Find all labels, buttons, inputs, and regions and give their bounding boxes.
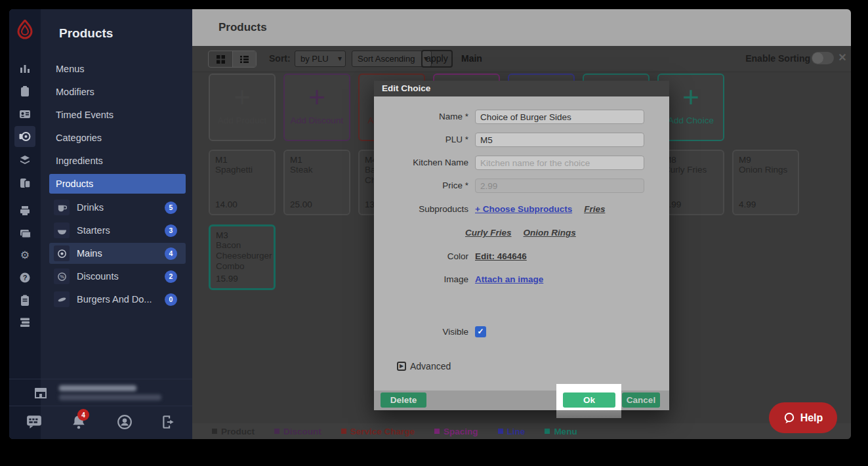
payment-cards-icon[interactable] — [19, 228, 31, 240]
sidebar-item-categories[interactable]: Categories — [49, 128, 186, 148]
list-view-icon[interactable] — [232, 51, 256, 67]
tab-main[interactable]: Main — [461, 53, 482, 64]
legend-label: Discount — [283, 427, 321, 436]
account-section[interactable] — [9, 379, 192, 406]
product-plu: M9 — [739, 155, 793, 165]
sidebar-subitem-mains[interactable]: Mains 4 — [49, 243, 186, 264]
clipboard-icon[interactable] — [19, 85, 31, 97]
product-plu: M3 — [216, 230, 268, 240]
legend-label: Menu — [554, 427, 577, 436]
image-row: Image Attach an image — [374, 272, 669, 287]
plu-field[interactable] — [475, 133, 644, 147]
sidebar-item-menus[interactable]: Menus — [49, 59, 186, 79]
sidebar-item-label: Ingredients — [56, 156, 103, 166]
legend-swatch — [498, 429, 503, 434]
delete-button[interactable]: Delete — [381, 392, 426, 408]
modal-title: Edit Choice — [374, 81, 669, 96]
legend-label: Service Charge — [350, 427, 415, 436]
help-chat-icon — [783, 412, 795, 424]
legend-item-spacing: Spacing — [434, 427, 478, 436]
contact-card-icon[interactable] — [19, 108, 31, 120]
help-button[interactable]: Help — [769, 402, 837, 433]
notification-bell-icon[interactable]: 4 — [71, 414, 87, 430]
subproduct-link-onion-rings[interactable]: Onion Rings — [524, 226, 576, 240]
kitchen-name-field[interactable] — [475, 156, 644, 170]
advanced-label: Advanced — [410, 361, 451, 371]
sidebar-subitem-drinks[interactable]: Drinks 5 — [49, 197, 186, 218]
sidebar-item-modifiers[interactable]: Modifiers — [49, 82, 186, 102]
legend-swatch — [212, 429, 217, 434]
sidebar-subitem-label: Burgers And Do... — [77, 294, 152, 305]
help-circle-icon[interactable]: ? — [19, 272, 31, 284]
legend-item-service-charge: Service Charge — [341, 427, 415, 436]
printer-icon[interactable] — [19, 205, 31, 217]
count-badge: 2 — [165, 270, 177, 283]
chat-bubble-icon[interactable] — [26, 414, 42, 430]
product-tile-bacon-cheeseburger-combo[interactable]: M3 Bacon Cheeseburger Combo 15.99 — [209, 224, 276, 290]
store-name-blurred — [59, 385, 136, 391]
sidebar-subitem-discounts[interactable]: % Discounts 2 — [49, 266, 186, 287]
product-tile-onion-rings[interactable]: M9 Onion Rings 4.99 — [732, 150, 799, 215]
sidebar-subitem-starters[interactable]: Starters 3 — [49, 220, 186, 241]
edit-choice-modal: Edit Choice Name * PLU * Kitchen Name Pr… — [374, 81, 669, 410]
choose-subproducts-link[interactable]: + Choose Subproducts — [475, 202, 572, 217]
svg-text:⚙: ⚙ — [20, 249, 30, 261]
apply-button[interactable]: apply — [421, 50, 453, 68]
screenshot-frame: ⚙ ? Products Menus Modifiers Timed Event… — [0, 0, 868, 466]
lightspeed-logo-icon — [16, 20, 33, 42]
tasks-icon[interactable] — [19, 295, 31, 307]
legend-item-product: Product — [212, 427, 255, 436]
sidebar-item-timed-events[interactable]: Timed Events — [49, 105, 186, 125]
hotdog-icon — [54, 291, 70, 307]
advanced-toggle[interactable]: Advanced — [397, 361, 451, 371]
sidebar-item-label: Categories — [56, 133, 102, 143]
color-edit-link[interactable]: Edit: 464646 — [475, 249, 527, 264]
account-person-icon[interactable] — [117, 414, 133, 430]
ok-button[interactable]: Ok — [563, 392, 615, 408]
product-price: 4.99 — [739, 200, 756, 209]
add-discount-tile[interactable]: +Add Discount — [283, 74, 350, 141]
product-tile-spaghetti[interactable]: M1 Spaghetti 14.00 — [209, 150, 276, 215]
kitchen-name-label: Kitchen Name — [379, 156, 468, 170]
product-price: 14.00 — [215, 200, 238, 209]
sidebar-item-ingredients[interactable]: Ingredients — [49, 151, 186, 171]
plate-icon — [54, 245, 70, 261]
product-price: 25.00 — [290, 200, 312, 209]
visible-checkbox[interactable] — [475, 326, 486, 337]
sort-by-select[interactable]: by PLU — [295, 51, 346, 67]
sort-order-select[interactable]: Sort Ascending — [352, 51, 432, 67]
logout-icon[interactable] — [161, 414, 176, 430]
image-label: Image — [379, 272, 468, 287]
product-plu: M8 — [664, 155, 718, 165]
attach-image-link[interactable]: Attach an image — [475, 272, 543, 287]
sidebar-item-products[interactable]: Products — [49, 174, 186, 194]
layers-icon[interactable] — [19, 154, 31, 166]
visible-label: Visible — [379, 325, 468, 339]
plus-icon: + — [234, 83, 251, 112]
menu-management-icon[interactable] — [14, 126, 35, 147]
enable-sorting-toggle[interactable] — [812, 52, 834, 64]
close-icon[interactable] — [837, 52, 848, 64]
product-plu: M1 — [215, 155, 269, 165]
bar-chart-icon[interactable] — [19, 62, 31, 74]
subproducts-row: Subproducts + Choose Subproducts Fries — [374, 202, 669, 217]
page-title: Products — [218, 21, 267, 34]
sidebar-subitem-burgers[interactable]: Burgers And Do... 0 — [49, 289, 186, 310]
subproduct-link-curly-fries[interactable]: Curly Fries — [465, 226, 512, 240]
add-product-tile[interactable]: +Add Product — [209, 74, 276, 141]
product-name: Steak — [290, 165, 344, 175]
help-label: Help — [800, 412, 823, 424]
advanced-expand-icon — [397, 362, 406, 371]
legend-swatch — [434, 429, 440, 434]
name-field[interactable] — [475, 110, 644, 124]
subproduct-link-fries[interactable]: Fries — [584, 202, 605, 217]
product-tile-steak[interactable]: M1 Steak 25.00 — [283, 150, 350, 215]
devices-icon[interactable] — [19, 177, 31, 189]
settings-gear-icon[interactable]: ⚙ — [19, 249, 31, 261]
cancel-button[interactable]: Cancel — [622, 392, 660, 408]
discount-coin-icon: % — [54, 268, 70, 284]
product-name: Bacon Cheeseburger Combo — [216, 240, 268, 272]
grid-view-icon[interactable] — [209, 51, 232, 67]
legend-item-menu: Menu — [545, 427, 577, 436]
rows-icon[interactable] — [19, 316, 31, 328]
